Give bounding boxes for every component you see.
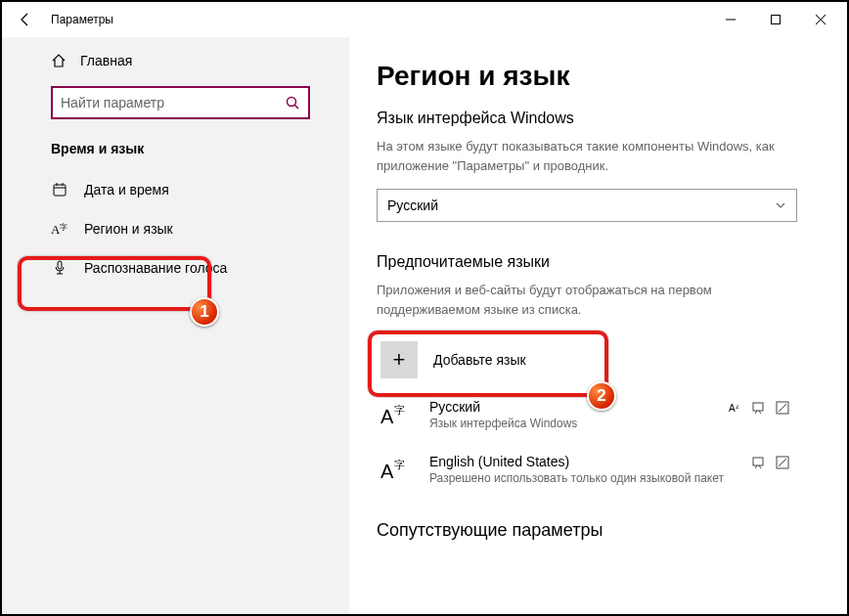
svg-rect-10 [58,261,62,269]
svg-text:字: 字 [394,459,405,470]
language-icon: A字 [51,221,68,237]
main-content: Регион и язык Язык интерфейса Windows На… [349,37,847,614]
language-subtitle: Язык интерфейса Windows [429,417,577,430]
window-title: Параметры [45,13,113,26]
add-language-label: Добавьте язык [433,352,526,368]
language-glyph-icon: A字 [377,402,414,427]
section-heading-display-language: Язык интерфейса Windows [377,110,808,127]
sidebar-home-label: Главная [80,53,132,68]
language-item-english-us[interactable]: A字 English (United States) Разрешено исп… [377,442,787,497]
sidebar-item-label: Регион и язык [84,221,173,237]
svg-rect-16 [753,403,763,411]
sidebar-section-heading: Время и язык [2,141,349,170]
svg-text:A: A [380,406,394,427]
search-placeholder: Найти параметр [61,95,164,110]
sidebar-item-label: Распознавание голоса [84,260,227,276]
minimize-button[interactable] [708,2,753,37]
search-icon [285,95,300,110]
section-heading-related: Сопутствующие параметры [377,520,808,541]
titlebar: Параметры [2,2,847,37]
chevron-down-icon [775,199,786,211]
language-feature-icons: Aᶻ [729,401,789,415]
plus-icon: + [380,341,418,378]
back-button[interactable] [6,2,45,37]
sidebar: Главная Найти параметр Время и язык Дата… [2,37,349,614]
section-heading-preferred-languages: Предпочитаемые языки [377,253,808,271]
language-feature-icons [752,456,789,469]
svg-text:Aᶻ: Aᶻ [729,403,739,414]
display-language-description: На этом языке будут показываться такие к… [377,137,787,175]
language-name: English (United States) [429,454,724,469]
handwriting-icon [776,401,789,415]
svg-text:字: 字 [394,404,405,416]
search-input[interactable]: Найти параметр [51,86,310,119]
maximize-button[interactable] [753,2,798,37]
sidebar-item-label: Дата и время [84,182,169,198]
sidebar-item-region-language[interactable]: A字 Регион и язык [2,209,349,248]
add-language-button[interactable]: + Добавьте язык [377,332,787,387]
svg-rect-20 [753,458,763,465]
svg-text:字: 字 [60,223,67,232]
svg-rect-4 [54,185,66,196]
language-name: Русский [429,399,577,415]
svg-line-3 [295,106,299,110]
language-subtitle: Разрешено использовать только один языко… [429,471,724,485]
home-icon [51,53,67,68]
language-glyph-icon: A字 [377,457,414,482]
dropdown-value: Русский [387,198,438,213]
sidebar-item-date-time[interactable]: Дата и время [2,170,349,209]
sidebar-item-speech[interactable]: Распознавание голоса [2,248,349,287]
svg-text:A: A [380,461,394,482]
preferred-languages-description: Приложения и веб-сайты будут отображатьс… [377,281,787,319]
microphone-icon [51,260,68,276]
close-button[interactable] [798,2,843,37]
calendar-icon [51,182,68,198]
page-heading: Регион и язык [377,61,808,92]
sidebar-home[interactable]: Главная [51,53,310,68]
svg-point-2 [288,98,296,107]
display-language-dropdown[interactable]: Русский [377,189,797,222]
svg-rect-1 [772,16,781,24]
handwriting-icon [776,456,789,469]
text-to-speech-icon [752,456,766,469]
text-to-speech-icon [752,401,766,415]
display-language-icon: Aᶻ [729,401,742,415]
language-item-russian[interactable]: A字 Русский Язык интерфейса Windows Aᶻ [377,387,787,442]
